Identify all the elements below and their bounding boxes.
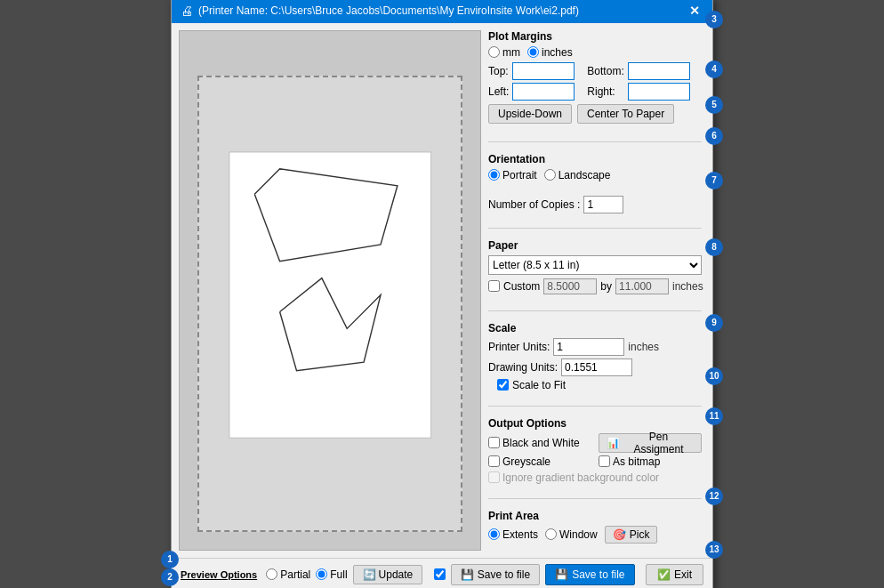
output-options-grid: Black and White 📊 Pen Assigment Greyscal… (488, 433, 702, 468)
landscape-radio[interactable] (544, 169, 556, 181)
divider-2 (488, 228, 702, 229)
extents-radio-label[interactable]: Extents (488, 528, 538, 541)
scale-title: Scale (488, 322, 702, 334)
partial-radio[interactable] (266, 568, 277, 580)
printer-units-input[interactable] (553, 338, 624, 356)
print-dialog: 🖨 (Printer Name: C:\Users\Bruce Jacobs\D… (171, 0, 713, 588)
paper-title: Paper (488, 239, 702, 252)
copies-input[interactable] (583, 196, 623, 213)
paper-units-label: inches (672, 280, 703, 293)
paper-custom-row: Custom by inches (488, 278, 702, 294)
greyscale-label[interactable]: Greyscale (488, 455, 591, 468)
window-radio-label[interactable]: Window (545, 528, 598, 541)
orientation-section: Orientation Portrait Landscape (488, 153, 702, 185)
plot-margins-section: Plot Margins mm inches Top: 0.5000 Botto… (488, 30, 702, 127)
badge-3: 3 (705, 11, 723, 28)
custom-label: Custom (503, 280, 540, 293)
badge-5: 5 (705, 96, 723, 114)
as-bitmap-checkbox[interactable] (599, 455, 610, 467)
divider-1 (488, 141, 702, 142)
upside-down-button[interactable]: Upside-Down (488, 104, 572, 124)
dialog-title: (Printer Name: C:\Users\Bruce Jacobs\Doc… (198, 4, 579, 17)
scale-to-fit-checkbox[interactable] (497, 379, 509, 391)
settings-pane: Plot Margins mm inches Top: 0.5000 Botto… (488, 30, 705, 551)
bottom-center: 💾 Save to file 💾 Save to file (434, 564, 635, 585)
greyscale-checkbox[interactable] (488, 455, 500, 467)
save-to-file-button-2[interactable]: 💾 Save to file (545, 564, 634, 585)
bar-chart-icon: 📊 (607, 437, 620, 449)
right-input[interactable]: 0.5000 (628, 83, 690, 101)
dialog-body: Plot Margins mm inches Top: 0.5000 Botto… (172, 23, 712, 558)
divider-3 (488, 310, 702, 311)
greyscale-text: Greyscale (502, 455, 550, 468)
inches-radio-label[interactable]: inches (527, 46, 573, 59)
bottom-input[interactable]: 0.5000 (628, 62, 690, 80)
custom-checkbox[interactable] (488, 280, 500, 292)
partial-radio-label[interactable]: Partial (266, 568, 310, 581)
full-text: Full (330, 568, 347, 581)
as-bitmap-label[interactable]: As bitmap (599, 455, 702, 468)
window-radio[interactable] (545, 528, 557, 540)
badge-9: 9 (705, 314, 723, 332)
pen-assignment-button[interactable]: 📊 Pen Assigment (599, 433, 702, 453)
as-bitmap-text: As bitmap (613, 455, 660, 468)
portrait-label[interactable]: Portrait (488, 169, 537, 181)
save-to-file-button-1[interactable]: 💾 Save to file (451, 564, 540, 585)
bottom-left: Preview Options Partial Full 🔄 Update (181, 565, 422, 584)
scale-to-fit-row: Scale to Fit (497, 379, 702, 391)
badge-11: 11 (705, 407, 723, 425)
orientation-radio-group: Portrait Landscape (488, 169, 702, 181)
pen-assignment-text: Pen Assigment (623, 431, 694, 455)
drawing-units-input[interactable] (561, 358, 632, 376)
badge-4: 4 (705, 60, 723, 78)
save-text-2: Save to file (572, 568, 624, 581)
black-white-label[interactable]: Black and White (488, 433, 591, 453)
plot-margins-title: Plot Margins (488, 30, 702, 43)
top-input[interactable]: 0.5000 (512, 62, 575, 80)
margin-buttons: Upside-Down Center To Paper (488, 104, 702, 124)
save-checkbox-input-1[interactable] (434, 568, 446, 580)
scale-section: Scale Printer Units: inches Drawing Unit… (488, 322, 702, 391)
orientation-title: Orientation (488, 153, 702, 165)
preview-options-label: Preview Options (181, 569, 257, 580)
paper-select[interactable]: Letter (8.5 x 11 in) A4 Legal Tabloid (488, 255, 702, 275)
left-input[interactable]: 0.5000 (512, 83, 575, 101)
print-area-row: Extents Window 🎯 Pick (488, 526, 702, 544)
inches-radio[interactable] (527, 46, 539, 58)
preview-svg (213, 100, 448, 507)
badge-2: 2 (161, 568, 179, 586)
ignore-gradient-label[interactable]: Ignore gradient background color (488, 471, 702, 484)
units-radio-group: mm inches (488, 46, 702, 59)
save-checkbox-1[interactable] (434, 568, 446, 580)
paper-width-input[interactable] (543, 278, 597, 294)
mm-radio[interactable] (488, 46, 500, 58)
scale-inches-label: inches (628, 341, 659, 353)
print-area-title: Print Area (488, 510, 702, 522)
full-radio[interactable] (316, 568, 327, 580)
inches-label: inches (542, 46, 573, 59)
extents-radio[interactable] (488, 528, 500, 540)
printer-units-label: Printer Units: (488, 341, 550, 353)
portrait-radio[interactable] (488, 169, 500, 181)
right-label: Right: (587, 85, 623, 98)
mm-radio-label[interactable]: mm (488, 46, 520, 59)
full-radio-label[interactable]: Full (316, 568, 347, 581)
center-to-paper-button[interactable]: Center To Paper (577, 104, 674, 124)
landscape-text: Landscape (559, 169, 611, 181)
black-white-text: Black and White (502, 437, 580, 449)
save-icon-1: 💾 (461, 568, 474, 581)
bottom-right: ✅ Exit (646, 564, 703, 585)
update-text: Update (379, 568, 414, 581)
close-button[interactable]: ✕ (686, 4, 703, 18)
update-button[interactable]: 🔄 Update (353, 565, 423, 584)
ignore-gradient-checkbox[interactable] (488, 471, 500, 483)
landscape-label[interactable]: Landscape (544, 169, 611, 181)
left-label: Left: (488, 85, 509, 98)
black-white-checkbox[interactable] (488, 437, 500, 448)
exit-button[interactable]: ✅ Exit (646, 564, 703, 585)
preview-pane (179, 30, 481, 551)
paper-height-input[interactable] (615, 278, 669, 294)
output-options-section: Output Options Black and White 📊 Pen Ass… (488, 417, 702, 484)
partial-text: Partial (280, 568, 310, 581)
pick-button[interactable]: 🎯 Pick (605, 526, 658, 544)
